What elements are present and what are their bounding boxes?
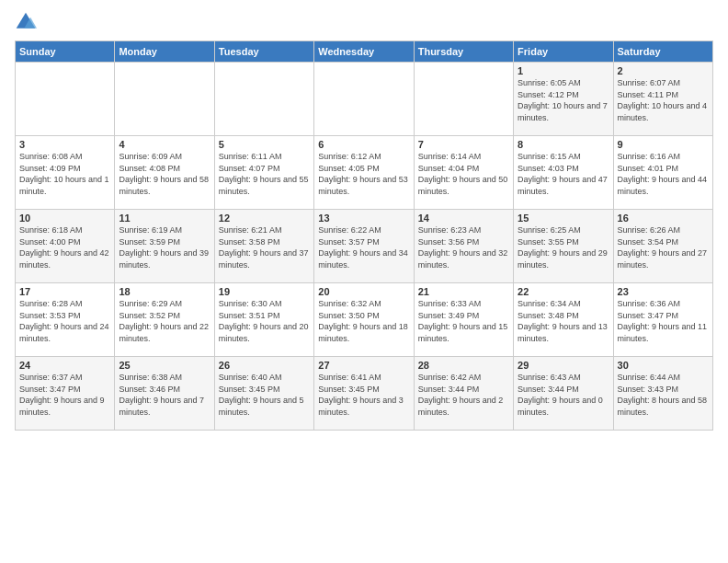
day-info: Sunrise: 6:08 AM Sunset: 4:09 PM Dayligh… <box>19 151 110 197</box>
day-info: Sunrise: 6:25 AM Sunset: 3:55 PM Dayligh… <box>518 224 609 270</box>
week-row-4: 17Sunrise: 6:28 AM Sunset: 3:53 PM Dayli… <box>16 283 713 357</box>
day-cell <box>115 63 214 136</box>
day-cell: 26Sunrise: 6:40 AM Sunset: 3:45 PM Dayli… <box>214 357 313 431</box>
day-number: 22 <box>518 286 609 297</box>
day-info: Sunrise: 6:43 AM Sunset: 3:44 PM Dayligh… <box>518 372 609 418</box>
day-info: Sunrise: 6:32 AM Sunset: 3:50 PM Dayligh… <box>318 298 409 344</box>
day-number: 1 <box>518 65 609 76</box>
day-number: 18 <box>119 286 210 297</box>
logo <box>15 11 40 33</box>
day-cell: 17Sunrise: 6:28 AM Sunset: 3:53 PM Dayli… <box>16 283 115 357</box>
day-info: Sunrise: 6:11 AM Sunset: 4:07 PM Dayligh… <box>219 151 310 197</box>
day-cell: 3Sunrise: 6:08 AM Sunset: 4:09 PM Daylig… <box>16 136 115 210</box>
day-cell: 21Sunrise: 6:33 AM Sunset: 3:49 PM Dayli… <box>414 283 513 357</box>
day-info: Sunrise: 6:42 AM Sunset: 3:44 PM Dayligh… <box>418 372 509 418</box>
day-info: Sunrise: 6:30 AM Sunset: 3:51 PM Dayligh… <box>219 298 310 344</box>
day-info: Sunrise: 6:07 AM Sunset: 4:11 PM Dayligh… <box>618 77 709 123</box>
day-number: 23 <box>618 286 709 297</box>
day-cell: 27Sunrise: 6:41 AM Sunset: 3:45 PM Dayli… <box>314 357 414 431</box>
day-number: 16 <box>618 213 709 224</box>
day-number: 15 <box>518 213 609 224</box>
day-info: Sunrise: 6:38 AM Sunset: 3:46 PM Dayligh… <box>119 372 210 418</box>
day-cell: 12Sunrise: 6:21 AM Sunset: 3:58 PM Dayli… <box>214 210 313 283</box>
day-number: 7 <box>418 139 509 150</box>
day-number: 21 <box>418 286 509 297</box>
day-info: Sunrise: 6:22 AM Sunset: 3:57 PM Dayligh… <box>318 224 409 270</box>
day-number: 25 <box>119 360 210 371</box>
day-number: 14 <box>418 213 509 224</box>
day-number: 28 <box>418 360 509 371</box>
day-number: 4 <box>119 139 210 150</box>
day-cell: 23Sunrise: 6:36 AM Sunset: 3:47 PM Dayli… <box>613 283 712 357</box>
day-cell: 24Sunrise: 6:37 AM Sunset: 3:47 PM Dayli… <box>16 357 115 431</box>
day-info: Sunrise: 6:09 AM Sunset: 4:08 PM Dayligh… <box>119 151 210 197</box>
day-info: Sunrise: 6:28 AM Sunset: 3:53 PM Dayligh… <box>19 298 110 344</box>
day-number: 12 <box>219 213 310 224</box>
day-number: 3 <box>19 139 110 150</box>
week-row-3: 10Sunrise: 6:18 AM Sunset: 4:00 PM Dayli… <box>16 210 713 283</box>
day-info: Sunrise: 6:44 AM Sunset: 3:43 PM Dayligh… <box>618 372 709 418</box>
day-number: 8 <box>518 139 609 150</box>
day-cell: 18Sunrise: 6:29 AM Sunset: 3:52 PM Dayli… <box>115 283 214 357</box>
day-cell: 19Sunrise: 6:30 AM Sunset: 3:51 PM Dayli… <box>214 283 313 357</box>
day-info: Sunrise: 6:40 AM Sunset: 3:45 PM Dayligh… <box>219 372 310 418</box>
day-cell: 15Sunrise: 6:25 AM Sunset: 3:55 PM Dayli… <box>514 210 613 283</box>
col-header-wednesday: Wednesday <box>314 41 414 63</box>
col-header-friday: Friday <box>514 41 613 63</box>
day-cell: 10Sunrise: 6:18 AM Sunset: 4:00 PM Dayli… <box>16 210 115 283</box>
col-header-thursday: Thursday <box>414 41 513 63</box>
day-number: 13 <box>318 213 409 224</box>
day-cell: 11Sunrise: 6:19 AM Sunset: 3:59 PM Dayli… <box>115 210 214 283</box>
day-number: 2 <box>618 65 709 76</box>
day-cell: 14Sunrise: 6:23 AM Sunset: 3:56 PM Dayli… <box>414 210 513 283</box>
day-cell: 13Sunrise: 6:22 AM Sunset: 3:57 PM Dayli… <box>314 210 414 283</box>
day-info: Sunrise: 6:14 AM Sunset: 4:04 PM Dayligh… <box>418 151 509 197</box>
day-cell <box>414 63 513 136</box>
day-cell: 29Sunrise: 6:43 AM Sunset: 3:44 PM Dayli… <box>514 357 613 431</box>
day-cell: 1Sunrise: 6:05 AM Sunset: 4:12 PM Daylig… <box>514 63 613 136</box>
day-info: Sunrise: 6:37 AM Sunset: 3:47 PM Dayligh… <box>19 372 110 418</box>
day-number: 10 <box>19 213 110 224</box>
day-number: 11 <box>119 213 210 224</box>
day-info: Sunrise: 6:15 AM Sunset: 4:03 PM Dayligh… <box>518 151 609 197</box>
day-info: Sunrise: 6:18 AM Sunset: 4:00 PM Dayligh… <box>19 224 110 270</box>
day-number: 20 <box>318 286 409 297</box>
day-cell: 7Sunrise: 6:14 AM Sunset: 4:04 PM Daylig… <box>414 136 513 210</box>
day-info: Sunrise: 6:41 AM Sunset: 3:45 PM Dayligh… <box>318 372 409 418</box>
day-info: Sunrise: 6:23 AM Sunset: 3:56 PM Dayligh… <box>418 224 509 270</box>
day-cell: 6Sunrise: 6:12 AM Sunset: 4:05 PM Daylig… <box>314 136 414 210</box>
day-number: 29 <box>518 360 609 371</box>
day-cell <box>16 63 115 136</box>
day-info: Sunrise: 6:21 AM Sunset: 3:58 PM Dayligh… <box>219 224 310 270</box>
day-cell: 16Sunrise: 6:26 AM Sunset: 3:54 PM Dayli… <box>613 210 712 283</box>
day-number: 27 <box>318 360 409 371</box>
week-row-2: 3Sunrise: 6:08 AM Sunset: 4:09 PM Daylig… <box>16 136 713 210</box>
day-info: Sunrise: 6:29 AM Sunset: 3:52 PM Dayligh… <box>119 298 210 344</box>
day-number: 19 <box>219 286 310 297</box>
day-cell: 9Sunrise: 6:16 AM Sunset: 4:01 PM Daylig… <box>613 136 712 210</box>
day-cell: 4Sunrise: 6:09 AM Sunset: 4:08 PM Daylig… <box>115 136 214 210</box>
day-number: 26 <box>219 360 310 371</box>
day-cell: 22Sunrise: 6:34 AM Sunset: 3:48 PM Dayli… <box>514 283 613 357</box>
day-cell: 30Sunrise: 6:44 AM Sunset: 3:43 PM Dayli… <box>613 357 712 431</box>
col-header-sunday: Sunday <box>16 41 115 63</box>
day-number: 30 <box>618 360 709 371</box>
day-number: 9 <box>618 139 709 150</box>
day-info: Sunrise: 6:19 AM Sunset: 3:59 PM Dayligh… <box>119 224 210 270</box>
col-header-saturday: Saturday <box>613 41 712 63</box>
day-info: Sunrise: 6:34 AM Sunset: 3:48 PM Dayligh… <box>518 298 609 344</box>
col-header-monday: Monday <box>115 41 214 63</box>
day-number: 5 <box>219 139 310 150</box>
day-cell: 5Sunrise: 6:11 AM Sunset: 4:07 PM Daylig… <box>214 136 313 210</box>
day-number: 24 <box>19 360 110 371</box>
day-info: Sunrise: 6:36 AM Sunset: 3:47 PM Dayligh… <box>618 298 709 344</box>
day-cell: 2Sunrise: 6:07 AM Sunset: 4:11 PM Daylig… <box>613 63 712 136</box>
week-row-1: 1Sunrise: 6:05 AM Sunset: 4:12 PM Daylig… <box>16 63 713 136</box>
day-info: Sunrise: 6:33 AM Sunset: 3:49 PM Dayligh… <box>418 298 509 344</box>
day-info: Sunrise: 6:16 AM Sunset: 4:01 PM Dayligh… <box>618 151 709 197</box>
day-cell <box>314 63 414 136</box>
day-cell: 20Sunrise: 6:32 AM Sunset: 3:50 PM Dayli… <box>314 283 414 357</box>
day-cell <box>214 63 313 136</box>
day-number: 6 <box>318 139 409 150</box>
calendar-table: SundayMondayTuesdayWednesdayThursdayFrid… <box>15 40 713 431</box>
